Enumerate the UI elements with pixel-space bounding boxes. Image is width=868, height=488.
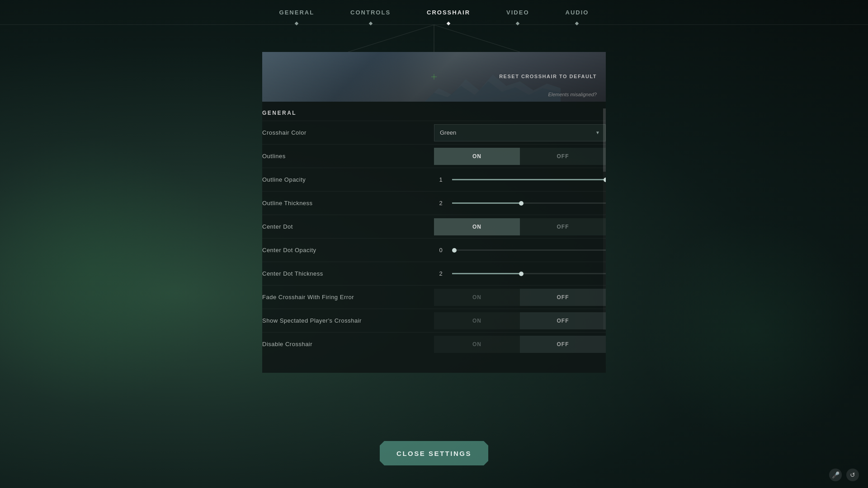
center-dot-opacity-thumb bbox=[452, 248, 457, 253]
refresh-icon[interactable]: ↺ bbox=[846, 469, 859, 481]
outline-opacity-control: 1 bbox=[434, 176, 606, 183]
svg-line-1 bbox=[348, 25, 434, 52]
outline-opacity-fill bbox=[452, 179, 606, 180]
dropdown-arrow-icon: ▼ bbox=[595, 130, 600, 135]
top-navigation: GENERALCONTROLSCROSSHAIRVIDEOAUDIO bbox=[0, 0, 868, 25]
outline-thickness-value: 2 bbox=[434, 200, 448, 206]
show-spectated-toggle-group: On Off bbox=[434, 312, 606, 329]
outline-opacity-label: Outline Opacity bbox=[262, 176, 434, 183]
fade-crosshair-row: Fade Crosshair With Firing Error On Off bbox=[262, 285, 606, 309]
fade-crosshair-label: Fade Crosshair With Firing Error bbox=[262, 294, 434, 300]
outlines-control: On Off bbox=[434, 148, 606, 165]
outline-thickness-control: 2 bbox=[434, 200, 606, 206]
disable-crosshair-on-button[interactable]: On bbox=[434, 336, 520, 353]
crosshair-color-value: Green bbox=[440, 129, 456, 136]
fade-crosshair-control: On Off bbox=[434, 289, 606, 306]
disable-crosshair-label: Disable Crosshair bbox=[262, 341, 434, 347]
center-dot-opacity-label: Center Dot Opacity bbox=[262, 247, 434, 253]
center-dot-opacity-control: 0 bbox=[434, 247, 606, 253]
center-dot-thickness-value: 2 bbox=[434, 270, 448, 277]
outlines-row: Outlines On Off bbox=[262, 144, 606, 168]
inner-lines-section: INNER LINES bbox=[262, 356, 606, 373]
show-spectated-control: On Off bbox=[434, 312, 606, 329]
crosshair-preview bbox=[431, 74, 437, 80]
nav-item-video[interactable]: VIDEO bbox=[502, 9, 533, 16]
fade-crosshair-on-button[interactable]: On bbox=[434, 289, 520, 306]
center-dot-control: On Off bbox=[434, 218, 606, 235]
outline-thickness-label: Outline Thickness bbox=[262, 200, 434, 206]
crosshair-color-row: Crosshair Color Green ▼ bbox=[262, 121, 606, 144]
outline-thickness-slider[interactable] bbox=[452, 202, 606, 204]
center-dot-thickness-label: Center Dot Thickness bbox=[262, 270, 434, 277]
outlines-toggle-group: On Off bbox=[434, 148, 606, 165]
bottom-icons: 🎤 ↺ bbox=[829, 469, 859, 481]
outline-thickness-row: Outline Thickness 2 bbox=[262, 191, 606, 215]
scrollbar[interactable] bbox=[603, 108, 606, 330]
disable-crosshair-control: On Off bbox=[434, 336, 606, 353]
outline-opacity-slider[interactable] bbox=[452, 179, 606, 180]
show-spectated-label: Show Spectated Player's Crosshair bbox=[262, 317, 434, 324]
disable-crosshair-row: Disable Crosshair On Off bbox=[262, 332, 606, 356]
show-spectated-on-button[interactable]: On bbox=[434, 312, 520, 329]
nav-item-audio[interactable]: AUDIO bbox=[561, 9, 594, 16]
close-settings-button[interactable]: CLOSE SETTINGS bbox=[380, 441, 488, 465]
disable-crosshair-toggle-group: On Off bbox=[434, 336, 606, 353]
center-dot-on-button[interactable]: On bbox=[434, 218, 520, 235]
outline-thickness-thumb bbox=[519, 201, 524, 206]
svg-line-2 bbox=[434, 25, 520, 52]
center-dot-toggle-group: On Off bbox=[434, 218, 606, 235]
nav-item-crosshair[interactable]: CROSSHAIR bbox=[422, 9, 475, 16]
preview-area: RESET CROSSHAIR TO DEFAULT Elements misa… bbox=[262, 52, 606, 102]
center-dot-thickness-fill bbox=[452, 273, 521, 274]
outlines-on-button[interactable]: On bbox=[434, 148, 520, 165]
outline-thickness-fill bbox=[452, 202, 521, 204]
center-dot-thickness-thumb bbox=[519, 272, 524, 276]
outlines-off-button[interactable]: Off bbox=[520, 148, 606, 165]
microphone-icon[interactable]: 🎤 bbox=[829, 469, 842, 481]
outlines-label: Outlines bbox=[262, 153, 434, 160]
show-spectated-off-button[interactable]: Off bbox=[520, 312, 606, 329]
reset-crosshair-button[interactable]: RESET CROSSHAIR TO DEFAULT bbox=[499, 74, 597, 79]
outline-opacity-row: Outline Opacity 1 bbox=[262, 168, 606, 191]
main-content: RESET CROSSHAIR TO DEFAULT Elements misa… bbox=[262, 25, 606, 373]
center-dot-off-button[interactable]: Off bbox=[520, 218, 606, 235]
center-dot-thickness-control: 2 bbox=[434, 270, 606, 277]
settings-panel[interactable]: GENERAL Crosshair Color Green ▼ Outlines… bbox=[262, 102, 606, 373]
nav-item-controls[interactable]: CONTROLS bbox=[346, 9, 395, 16]
outline-opacity-value: 1 bbox=[434, 176, 448, 183]
general-section-header: GENERAL bbox=[262, 102, 606, 121]
fade-crosshair-toggle-group: On Off bbox=[434, 289, 606, 306]
center-dot-thickness-slider[interactable] bbox=[452, 273, 606, 274]
nav-item-general[interactable]: GENERAL bbox=[275, 9, 319, 16]
disable-crosshair-off-button[interactable]: Off bbox=[520, 336, 606, 353]
crosshair-color-control: Green ▼ bbox=[434, 124, 606, 141]
crosshair-color-dropdown[interactable]: Green ▼ bbox=[434, 124, 606, 141]
show-spectated-row: Show Spectated Player's Crosshair On Off bbox=[262, 309, 606, 332]
center-dot-thickness-row: Center Dot Thickness 2 bbox=[262, 262, 606, 285]
elements-misaligned-text: Elements misaligned? bbox=[548, 92, 597, 97]
scrollbar-thumb bbox=[603, 108, 606, 172]
fade-crosshair-off-button[interactable]: Off bbox=[520, 289, 606, 306]
inner-lines-section-header: INNER LINES bbox=[262, 364, 606, 373]
center-dot-opacity-value: 0 bbox=[434, 247, 448, 253]
center-dot-row: Center Dot On Off bbox=[262, 215, 606, 238]
crosshair-color-label: Crosshair Color bbox=[262, 129, 434, 136]
center-dot-opacity-row: Center Dot Opacity 0 bbox=[262, 238, 606, 262]
center-dot-label: Center Dot bbox=[262, 223, 434, 230]
nav-lines bbox=[262, 25, 606, 52]
center-dot-opacity-slider[interactable] bbox=[452, 249, 606, 251]
